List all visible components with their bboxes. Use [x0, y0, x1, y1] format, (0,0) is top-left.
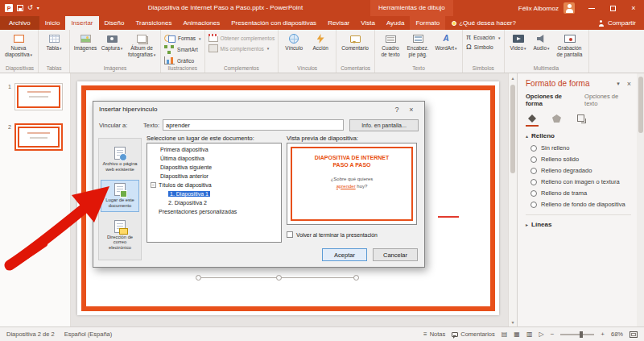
share-button[interactable]: Compartir — [590, 16, 644, 30]
tab-insertar[interactable]: Insertar — [65, 16, 98, 30]
tree-item-ultima[interactable]: Última diapositiva — [147, 154, 281, 163]
tree-item-diapositiva-2[interactable]: 2. Diapositiva 2 — [147, 198, 281, 207]
comment-button[interactable]: Comentario — [340, 31, 370, 52]
chart-button[interactable]: Gráfico — [164, 56, 201, 64]
scrollbar-thumb[interactable] — [638, 77, 643, 133]
radio-icon[interactable] — [530, 190, 537, 197]
tell-me-search[interactable]: ¿Qué desea hacer? — [445, 16, 522, 30]
smartart-button[interactable]: SmartArt — [164, 45, 201, 54]
collapse-box-icon[interactable]: − — [151, 182, 156, 188]
selection-handle[interactable] — [353, 275, 359, 281]
fit-to-window-icon[interactable] — [630, 331, 638, 338]
tab-vista[interactable]: Vista — [355, 16, 381, 30]
radio-icon[interactable] — [530, 168, 537, 174]
pane-scrollbar[interactable] — [637, 73, 644, 326]
radio-icon[interactable] — [530, 145, 537, 152]
comments-button[interactable]: Comentarios — [452, 331, 495, 338]
tree-item-diapositiva-1[interactable]: 1. Diapositiva 1 — [147, 189, 281, 198]
tab-ayuda[interactable]: Ayuda — [381, 16, 411, 30]
zoom-slider[interactable] — [560, 334, 594, 335]
pane-close-icon[interactable]: × — [627, 80, 631, 88]
dialog-help-button[interactable]: ? — [390, 106, 404, 114]
slide-thumbnail-1[interactable]: 1 — [5, 83, 65, 110]
tab-text-options[interactable]: Opciones de texto — [584, 93, 631, 107]
return-on-finish-checkbox[interactable]: Volver al terminar la presentación — [287, 231, 378, 238]
effects-tab[interactable] — [550, 113, 564, 127]
tree-item-anterior[interactable]: Diapositiva anterior — [147, 172, 281, 181]
normal-view-icon[interactable]: ▤ — [502, 331, 508, 338]
fill-option-solido[interactable]: Relleno sólido — [530, 156, 631, 163]
photo-album-button[interactable]: Álbum de fotografías▾ — [126, 31, 157, 58]
display-text-input[interactable] — [163, 119, 344, 131]
canvas-scrollbar[interactable]: ▴ ▾ — [508, 73, 517, 326]
dialog-close-button[interactable]: × — [404, 106, 419, 114]
slide-sorter-view-icon[interactable]: ▦ — [514, 331, 520, 338]
scrollbar-thumb[interactable] — [510, 85, 515, 173]
zoom-slider-thumb[interactable] — [580, 331, 583, 338]
avatar[interactable] — [564, 2, 575, 14]
zoom-out-icon[interactable]: − — [551, 331, 555, 338]
zoom-level[interactable]: 68% — [611, 331, 623, 338]
tree-item-presentaciones-personalizadas[interactable]: Presentaciones personalizadas — [147, 207, 281, 216]
screentip-button[interactable]: Info. en pantalla... — [349, 119, 419, 131]
slide-indicator[interactable]: Diapositiva 2 de 2 — [6, 331, 55, 338]
link-to-existing-file-button[interactable]: Archivo o página web existente — [101, 143, 139, 175]
my-addins-button[interactable]: Mis complementos▾ — [208, 44, 275, 52]
fill-line-tab[interactable] — [526, 113, 539, 127]
document-places-tree[interactable]: Primera diapositiva Última diapositiva D… — [147, 143, 282, 243]
reading-view-icon[interactable]: ▥ — [526, 331, 533, 338]
cancel-button[interactable]: Cancelar — [373, 248, 418, 261]
link-to-place-in-document-button[interactable]: Lugar de este documento — [101, 180, 139, 211]
slide-thumbnail-2[interactable]: 2 — [5, 123, 65, 151]
audio-button[interactable]: Audio▾ — [531, 31, 552, 52]
new-slide-button[interactable]: Nueva diapositiva▾ — [5, 31, 32, 58]
tab-transiciones[interactable]: Transiciones — [130, 16, 177, 30]
action-button[interactable]: Acción — [308, 31, 332, 52]
tab-shape-options[interactable]: Opciones de forma — [526, 93, 578, 107]
scroll-up-icon[interactable]: ▴ — [509, 75, 517, 81]
fill-section-header[interactable]: ▴ Relleno — [526, 132, 631, 139]
screenshot-button[interactable]: Captura▾ — [100, 31, 124, 52]
restore-button[interactable] — [602, 0, 623, 16]
dialog-titlebar[interactable]: Insertar hipervínculo ? × — [93, 102, 424, 117]
shapes-button[interactable]: Formas▾ — [164, 34, 201, 43]
tab-animaciones[interactable]: Animaciones — [177, 16, 225, 30]
undo-icon[interactable]: ↺ — [27, 5, 33, 11]
size-properties-tab[interactable] — [575, 113, 587, 127]
save-icon[interactable] — [17, 5, 23, 11]
tab-revisar[interactable]: Revisar — [322, 16, 355, 30]
pictures-button[interactable]: Imágenes — [73, 31, 97, 52]
accept-button[interactable]: Aceptar — [322, 248, 367, 261]
fill-option-imagen-textura[interactable]: Relleno con imagen o textura — [530, 178, 631, 185]
tab-diseno[interactable]: Diseño — [99, 16, 130, 30]
radio-icon[interactable] — [530, 179, 537, 185]
zoom-in-icon[interactable]: + — [601, 331, 605, 338]
table-button[interactable]: Tabla▾ — [42, 31, 66, 52]
slide-canvas[interactable]: Insertar hipervínculo ? × Vincular a: Te… — [71, 73, 517, 326]
tree-item-siguiente[interactable]: Diapositiva siguiente — [147, 163, 281, 172]
radio-icon[interactable] — [530, 202, 537, 208]
user-name[interactable]: Félix Albornoz — [518, 5, 559, 12]
link-to-email-button[interactable]: Dirección de correo electrónico — [101, 217, 139, 254]
powerpoint-icon[interactable]: P — [5, 4, 13, 12]
fill-option-degradado[interactable]: Relleno degradado — [530, 167, 631, 174]
selected-textbox-outline[interactable] — [198, 277, 359, 278]
tab-formato[interactable]: Formato — [410, 16, 445, 30]
pane-options-caret-icon[interactable]: ▾ — [617, 81, 620, 87]
radio-icon[interactable] — [530, 156, 537, 163]
selection-handle[interactable] — [196, 275, 201, 281]
header-footer-button[interactable]: Encabez. pie pág. — [405, 31, 431, 58]
scroll-down-icon[interactable]: ▾ — [509, 319, 517, 325]
qat-customize-caret-icon[interactable]: ▾ — [37, 6, 39, 10]
slideshow-view-icon[interactable]: ▷ — [539, 331, 543, 338]
wordart-button[interactable]: A WordArt▾ — [433, 31, 459, 52]
notes-button[interactable]: ≡ Notas — [423, 331, 445, 338]
fill-option-sin-relleno[interactable]: Sin relleno — [530, 144, 631, 152]
checkbox-icon[interactable] — [287, 231, 293, 238]
minimize-button[interactable] — [581, 0, 602, 16]
equation-button[interactable]: πEcuación▾ — [466, 34, 500, 41]
slide-thumbnail-image[interactable] — [14, 123, 63, 151]
lines-section-header[interactable]: ▸ Líneas — [526, 214, 631, 228]
screen-recording-button[interactable]: Grabación de pantalla — [555, 31, 585, 58]
video-button[interactable]: Video▾ — [508, 31, 529, 52]
